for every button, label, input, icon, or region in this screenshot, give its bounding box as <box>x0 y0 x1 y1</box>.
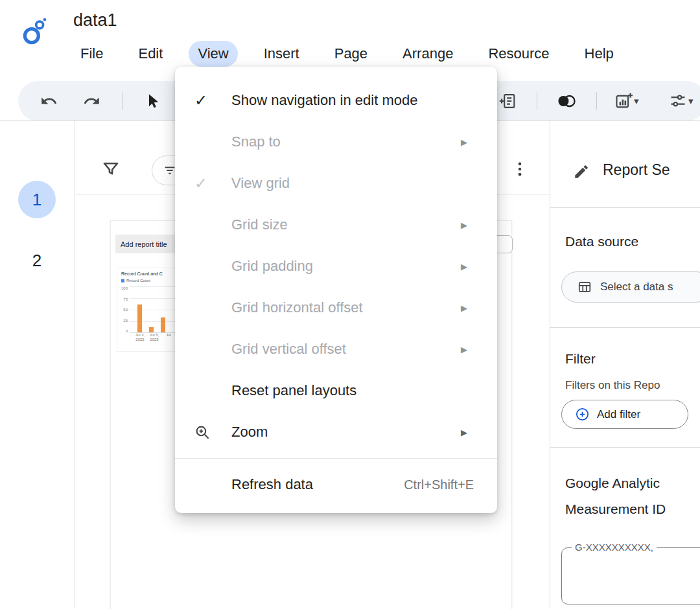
select-cursor-icon[interactable] <box>145 93 162 109</box>
pages-sidebar: 1 2 <box>0 121 75 609</box>
table-icon <box>578 280 592 294</box>
looker-studio-window: data1 File Edit View Insert Page Arrange… <box>0 0 700 609</box>
ga-heading-line1: Google Analytic <box>565 476 660 491</box>
check-icon: ✓ <box>194 174 224 192</box>
select-data-source-button[interactable]: Select a data s <box>561 271 700 303</box>
add-filter-button[interactable]: Add filter <box>561 400 688 429</box>
edit-pencil-icon[interactable] <box>573 163 590 183</box>
submenu-arrow-icon: ▶ <box>461 303 467 313</box>
add-page-icon[interactable] <box>499 92 517 110</box>
chart-y-axis: 1007550250 <box>120 286 130 333</box>
view-dropdown-menu: ✓ Show navigation in edit mode Snap to ▶… <box>175 67 497 513</box>
panel-divider <box>550 327 700 328</box>
keyboard-shortcut: Ctrl+Shift+E <box>404 477 474 492</box>
submenu-arrow-icon: ▶ <box>461 220 467 230</box>
zoom-in-icon <box>194 424 224 441</box>
filter-heading: Filter <box>565 351 596 367</box>
menubar: File Edit View Insert Page Arrange Resou… <box>71 39 623 69</box>
check-icon: ✓ <box>194 91 224 109</box>
menu-file[interactable]: File <box>71 41 112 67</box>
toolbar-separator <box>596 93 597 110</box>
looker-studio-logo-icon <box>22 17 49 47</box>
chart-legend-label: Record Count <box>126 279 150 282</box>
chevron-down-icon: ▾ <box>688 95 694 107</box>
add-control-icon[interactable]: ▾ <box>669 92 694 110</box>
panel-divider <box>550 207 700 208</box>
add-chart-icon[interactable]: ▾ <box>614 92 639 110</box>
menu-item-reset-panel-layouts[interactable]: Reset panel layouts <box>175 370 497 411</box>
toolbar-separator <box>122 93 122 110</box>
menu-item-grid-vertical-offset: Grid vertical offset ▶ <box>175 328 497 370</box>
chevron-down-icon: ▾ <box>634 95 639 107</box>
ga-input-floating-label: G-XXXXXXXXXX, <box>572 542 657 553</box>
blend-data-icon[interactable] <box>556 92 577 110</box>
add-filter-label: Add filter <box>597 408 640 421</box>
redo-icon[interactable] <box>83 93 100 110</box>
filter-subtext: Filters on this Repo <box>565 379 660 392</box>
menu-item-grid-size: Grid size ▶ <box>175 204 497 246</box>
plus-circle-icon <box>575 407 590 422</box>
menu-item-zoom[interactable]: Zoom ▶ <box>175 411 497 453</box>
submenu-arrow-icon: ▶ <box>461 345 467 354</box>
menu-resource[interactable]: Resource <box>479 41 558 67</box>
menu-page[interactable]: Page <box>325 41 377 67</box>
panel-divider <box>550 447 700 448</box>
menu-view[interactable]: View <box>189 41 237 67</box>
data-source-heading: Data source <box>565 234 638 249</box>
menu-item-view-grid: ✓ View grid <box>175 163 497 204</box>
menu-arrange[interactable]: Arrange <box>393 41 462 67</box>
page-thumbnail-2[interactable]: 2 <box>18 244 56 277</box>
menu-insert[interactable]: Insert <box>255 41 309 67</box>
toolbar-separator <box>537 93 537 110</box>
right-panel-border <box>550 121 550 609</box>
menu-item-show-navigation[interactable]: ✓ Show navigation in edit mode <box>175 80 497 121</box>
chart-legend-swatch <box>121 279 124 282</box>
menu-divider <box>175 458 497 459</box>
submenu-arrow-icon: ▶ <box>461 137 467 147</box>
menu-item-grid-horizontal-offset: Grid horizontal offset ▶ <box>175 287 497 328</box>
page-thumbnail-1[interactable]: 1 <box>18 181 56 218</box>
submenu-arrow-icon: ▶ <box>461 262 467 271</box>
right-panel-title: Report Se <box>603 161 670 179</box>
ga-measurement-id-input[interactable] <box>561 547 700 604</box>
menu-item-grid-padding: Grid padding ▶ <box>175 246 497 287</box>
more-options-icon[interactable] <box>511 159 528 181</box>
menu-item-snap-to: Snap to ▶ <box>175 121 497 163</box>
undo-icon[interactable] <box>40 93 58 110</box>
menu-item-refresh-data[interactable]: Refresh data Ctrl+Shift+E <box>175 464 497 505</box>
ga-heading-line2: Measurement ID <box>565 501 666 517</box>
menu-edit[interactable]: Edit <box>129 41 172 67</box>
submenu-arrow-icon: ▶ <box>461 428 467 437</box>
menu-help[interactable]: Help <box>576 41 623 67</box>
select-data-source-label: Select a data s <box>600 281 673 293</box>
filter-bar-icon[interactable] <box>101 159 121 181</box>
report-title[interactable]: data1 <box>73 10 117 30</box>
